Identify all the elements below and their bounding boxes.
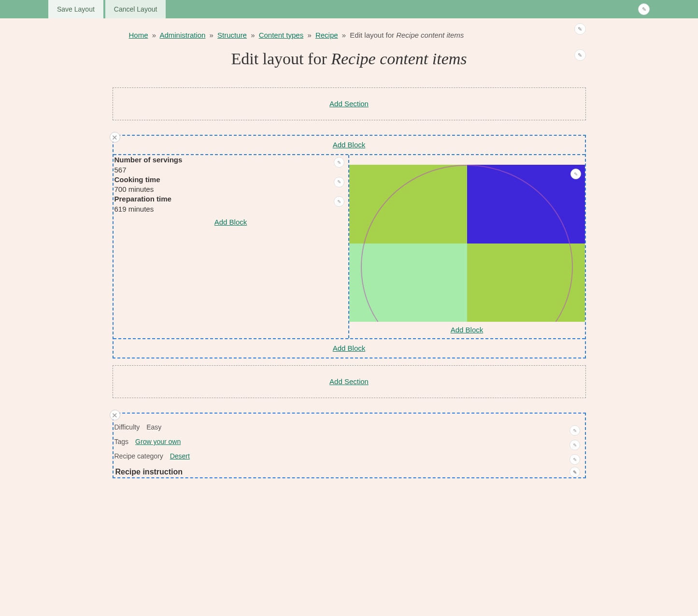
breadcrumb: Home » Administration » Structure » Cont… (113, 28, 586, 44)
field-edit-icon[interactable] (570, 169, 581, 179)
field-category-value-link[interactable]: Desert (170, 452, 190, 460)
field-edit-icon[interactable] (570, 467, 580, 477)
cancel-layout-button[interactable]: Cancel Layout (105, 0, 166, 18)
breadcrumb-separator: » (342, 31, 346, 39)
add-section-region-top: Add Section (113, 87, 586, 120)
layout-section-1: Add Block Number of servings 567 Cooking… (113, 135, 586, 358)
field-servings-label: Number of servings (114, 155, 347, 165)
field-instruction-label: Recipe instruction (115, 468, 183, 476)
field-difficulty-value: Easy (146, 423, 161, 431)
breadcrumb-content-types[interactable]: Content types (259, 31, 304, 39)
breadcrumb-home[interactable]: Home (129, 31, 148, 39)
field-instruction-block[interactable]: Recipe instruction (114, 467, 584, 477)
left-column: Number of servings 567 Cooking time 700 … (114, 155, 349, 338)
left-column-add-block: Add Block (114, 214, 348, 230)
section-bottom-region: Add Block (114, 338, 585, 358)
field-tags-label: Tags (114, 438, 129, 445)
breadcrumb-current-prefix: Edit layout for (350, 31, 396, 39)
field-edit-icon[interactable] (570, 454, 580, 465)
field-category-label: Recipe category (114, 452, 163, 460)
main-content: Home » Administration » Structure » Cont… (113, 18, 586, 502)
breadcrumb-structure[interactable]: Structure (217, 31, 247, 39)
save-layout-button[interactable]: Save Layout (48, 0, 103, 18)
page-title-prefix: Edit layout for (231, 50, 331, 68)
recipe-image-block[interactable] (349, 165, 585, 322)
remove-section-button[interactable] (110, 410, 120, 420)
add-block-link[interactable]: Add Block (214, 218, 247, 226)
field-difficulty-label: Difficulty (114, 423, 140, 431)
breadcrumb-separator: » (210, 31, 214, 39)
field-prep-label: Preparation time (114, 194, 347, 204)
field-cooking-label: Cooking time (114, 175, 347, 185)
add-section-link[interactable]: Add Section (329, 377, 369, 386)
add-section-link[interactable]: Add Section (329, 100, 369, 108)
right-column-add-block: Add Block (349, 322, 585, 338)
section-2-content: Difficulty Easy Tags Grow your own Recip… (114, 414, 585, 477)
field-edit-icon[interactable] (570, 440, 580, 450)
field-category-block[interactable]: Recipe category Desert (114, 452, 584, 460)
remove-section-button[interactable] (110, 132, 120, 143)
admin-toolbar: Save Layout Cancel Layout (0, 0, 698, 18)
add-block-link[interactable]: Add Block (451, 326, 484, 334)
breadcrumb-current: Recipe content items (396, 31, 464, 39)
page-title-italic: Recipe content items (331, 50, 467, 68)
breadcrumb-separator: » (251, 31, 255, 39)
field-servings-value: 567 (114, 165, 347, 175)
add-block-link[interactable]: Add Block (333, 344, 366, 352)
toolbar-edit-icon[interactable] (638, 3, 650, 15)
field-cooking-block[interactable]: Cooking time 700 minutes (114, 175, 348, 195)
title-edit-icon[interactable] (574, 49, 586, 61)
section-top-region: Add Block (114, 136, 585, 155)
breadcrumb-separator: » (152, 31, 156, 39)
field-tags-block[interactable]: Tags Grow your own (114, 438, 584, 445)
add-block-link[interactable]: Add Block (333, 141, 366, 149)
field-cooking-value: 700 minutes (114, 184, 347, 194)
layout-section-2: Difficulty Easy Tags Grow your own Recip… (113, 413, 586, 478)
breadcrumb-recipe[interactable]: Recipe (315, 31, 338, 39)
two-column-layout: Number of servings 567 Cooking time 700 … (114, 155, 585, 338)
field-edit-icon[interactable] (334, 177, 344, 187)
field-difficulty-block[interactable]: Difficulty Easy (114, 423, 584, 431)
field-edit-icon[interactable] (334, 157, 344, 168)
breadcrumb-separator: » (307, 31, 311, 39)
field-edit-icon[interactable] (334, 196, 344, 207)
field-servings-block[interactable]: Number of servings 567 (114, 155, 348, 175)
field-tags-value-link[interactable]: Grow your own (135, 438, 181, 445)
add-section-region-middle: Add Section (113, 365, 586, 398)
right-column: Add Block (349, 155, 585, 338)
field-prep-value: 619 minutes (114, 204, 347, 214)
breadcrumb-admin[interactable]: Administration (159, 31, 205, 39)
field-edit-icon[interactable] (570, 425, 580, 436)
field-prep-block[interactable]: Preparation time 619 minutes (114, 194, 348, 214)
page-title: Edit layout for Recipe content items (113, 50, 586, 68)
breadcrumb-edit-icon[interactable] (574, 23, 586, 35)
